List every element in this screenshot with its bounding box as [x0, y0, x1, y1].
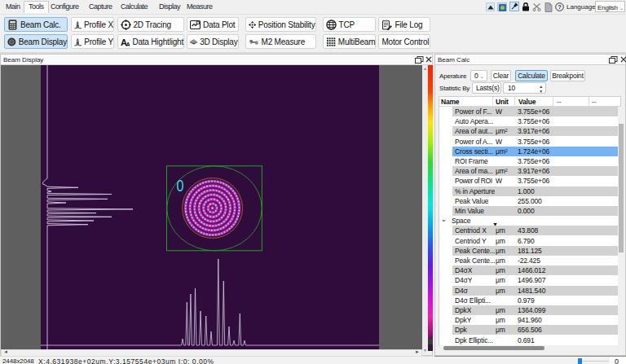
- svg-text:?: ?: [558, 3, 562, 11]
- svg-text:A: A: [126, 40, 130, 46]
- svg-text:0: 0: [177, 177, 184, 195]
